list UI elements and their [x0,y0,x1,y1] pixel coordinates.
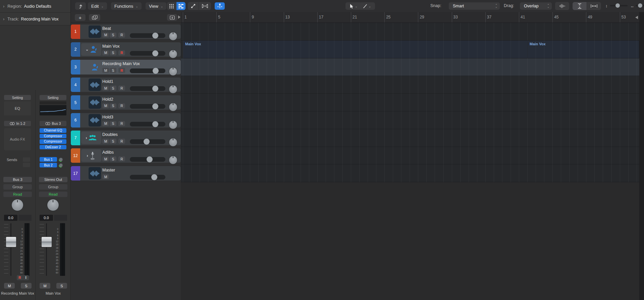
send-bus-button[interactable]: Bus 1 [40,157,57,162]
region-disclosure-icon[interactable]: › [3,4,4,9]
arrange-area[interactable]: Main Vox Main Vox [181,23,639,300]
solo-button[interactable]: S [110,139,116,144]
track-pan-knob[interactable] [169,50,177,58]
track-number[interactable]: 5 [71,95,80,110]
track-pan-knob[interactable] [169,156,177,164]
volume-value[interactable]: 0.0 [4,215,17,221]
volume-slider-thumb[interactable] [152,103,158,109]
duplicate-track-button[interactable] [89,14,100,21]
mute-button[interactable]: M [102,86,109,91]
catch-playhead-button[interactable] [215,2,225,10]
track-volume-slider[interactable] [130,175,165,180]
menu-button[interactable]: Edit ⌄ [88,2,107,10]
track-icon-box[interactable] [89,96,101,109]
input-slot[interactable]: In 1-2 [4,121,31,126]
mute-button[interactable]: M [102,50,109,55]
eq-display[interactable]: EQ [4,101,31,115]
tracks-view-button[interactable] [176,2,185,10]
track-volume-slider[interactable] [130,104,165,109]
channel-strip-name[interactable]: Main Vox [33,291,73,295]
volume-slider-thumb[interactable] [152,121,158,127]
empty-send-slot[interactable] [23,157,30,162]
horizontal-zoom-slider[interactable] [636,5,644,6]
setting-button[interactable]: Setting [40,95,66,100]
track-icon-box[interactable] [81,43,101,56]
track-inspector-row[interactable]: › Track: Recording Main Vox [0,13,70,26]
track-lane[interactable] [181,111,639,129]
send-level-knob[interactable] [59,163,63,167]
track-lane[interactable] [181,94,639,111]
pan-knob[interactable] [47,199,59,211]
mute-button[interactable]: M [40,283,50,289]
track-volume-slider[interactable] [130,139,165,144]
eq-placeholder[interactable]: EQ [4,101,31,115]
solo-button[interactable]: S [56,283,67,289]
pan-knob[interactable] [11,199,23,211]
track-header[interactable]: 2 [71,42,181,57]
group-slot[interactable]: Group [3,184,32,190]
track-icon-box[interactable] [89,167,101,180]
volume-value[interactable]: 0.0 [40,215,53,221]
solo-button[interactable]: S [21,283,32,289]
drag-dropdown[interactable]: Overlap ⌃⌄ [520,2,552,10]
snap-dropdown[interactable]: Smart ⌃⌄ [449,2,500,10]
nudge-up-button[interactable] [75,2,86,10]
menu-button[interactable]: View ⌄ [146,2,167,10]
record-enable-button[interactable]: R [118,86,125,91]
record-enable-button[interactable]: R [118,139,125,144]
plugin-button[interactable]: DeEsser 2 [40,145,66,150]
track-number[interactable]: 12 [71,148,80,163]
track-pan-knob[interactable] [169,120,177,129]
volume-slider-thumb[interactable] [151,174,157,180]
volume-slider-thumb[interactable] [152,33,158,39]
mute-button[interactable]: M [102,121,109,126]
add-track-button[interactable]: + [75,14,86,21]
volume-slider-thumb[interactable] [152,50,158,56]
track-lane[interactable] [181,23,639,41]
record-enable-button[interactable]: R [17,275,23,280]
record-enable-button[interactable]: R [118,68,125,73]
track-header[interactable]: 6 [71,113,181,128]
output-slot[interactable]: Stereo Out [39,177,67,182]
fader-cap[interactable] [6,237,16,247]
track-pan-knob[interactable] [169,32,177,41]
track-lane[interactable] [181,164,639,182]
mute-button[interactable]: M [102,156,109,161]
track-name[interactable]: Beat [102,26,111,31]
track-disclosure-icon[interactable]: › [3,16,4,21]
mute-button[interactable]: M [102,103,109,108]
track-header[interactable]: 12 [71,148,181,163]
track-number[interactable]: 17 [71,166,80,181]
track-number[interactable]: 4 [71,78,80,92]
automation-mode-button[interactable]: Read [3,192,32,197]
solo-button[interactable]: S [110,33,116,38]
track-header[interactable]: 1 [71,24,181,39]
track-header[interactable]: 3 [71,60,181,74]
waveform-zoom-button[interactable] [555,2,569,10]
bar-ruler[interactable]: 1 5 9 13 17 21 [181,12,639,23]
volume-slider-thumb[interactable] [147,156,153,162]
record-enable-button[interactable]: R [118,121,125,126]
track-icon-box[interactable] [89,26,101,38]
audio-fx-slot[interactable]: Audio FX [4,128,31,150]
track-number[interactable]: 6 [71,113,80,128]
output-slot[interactable]: Bus 3 [3,177,32,182]
track-name[interactable]: Recording Main Vox [102,61,140,66]
audio-region[interactable]: Main Vox [183,41,528,58]
solo-button[interactable]: S [110,68,116,73]
track-name[interactable]: Doubles [102,132,118,137]
track-name[interactable]: Hold2 [102,97,113,102]
solo-button[interactable]: S [110,86,116,91]
disclosure-chevron-icon[interactable] [87,153,88,158]
ruler-end-marker-icon[interactable] [635,16,638,19]
record-enable-button[interactable]: R [118,33,125,38]
solo-button[interactable]: S [110,156,116,161]
record-enable-button[interactable]: R [118,156,125,161]
track-name[interactable]: Adlibs [102,150,114,155]
mute-button[interactable]: M [102,33,109,38]
plugin-button[interactable]: Compressor [40,139,66,144]
send-level-knob[interactable] [59,157,63,162]
track-number[interactable]: 3 [71,60,80,74]
solo-button[interactable]: S [110,50,116,55]
track-lane[interactable] [181,147,639,165]
